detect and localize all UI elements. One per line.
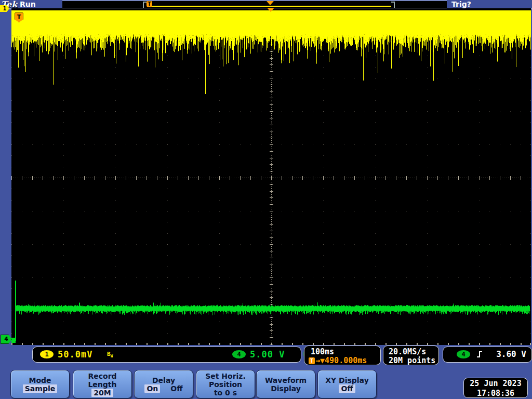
trigger-level-readout: 3.60 V	[496, 349, 526, 359]
record-points-readout: 20M points	[389, 356, 435, 365]
horizontal-readout-box: 100ms T→▼490.000ms	[304, 345, 381, 365]
acquisition-preview-bar: T	[62, 1, 447, 8]
triangle-icon: ▼	[320, 356, 325, 365]
menu-button-record-length[interactable]: Record Length 20M	[73, 370, 132, 398]
menu-value: Sample	[23, 384, 57, 393]
trigger-position-icon	[267, 1, 274, 5]
menu-button-mode[interactable]: Mode Sample	[10, 370, 70, 398]
menu-label: Mode	[29, 376, 51, 384]
time-readout: 17:08:36	[464, 389, 527, 398]
ch4-badge: 4	[232, 350, 246, 358]
menu-value: Off	[339, 384, 355, 393]
horizontal-scale-readout: 100ms	[311, 347, 334, 356]
menu-label: Position	[209, 380, 242, 389]
menu-label: to 0 s	[214, 389, 237, 397]
menu-label: Delay	[152, 376, 175, 384]
record-bracket-left	[143, 2, 147, 9]
menu-label: Length	[88, 380, 116, 389]
ch1-badge: 1	[40, 350, 54, 358]
menu-button-delay[interactable]: Delay On Off	[134, 370, 193, 398]
menu-label: Display	[271, 384, 301, 393]
waveform-canvas	[11, 8, 531, 345]
ch4-scale-readout: 5.00 V	[250, 349, 285, 360]
sample-rate-readout: 20.0MS/s	[389, 347, 426, 356]
delay-off-option[interactable]: Off	[170, 384, 182, 393]
ch4-position-marker: 4	[1, 335, 12, 344]
trigger-source-badge: 4	[457, 350, 470, 358]
ch1-scale-readout: 50.0mV	[58, 349, 92, 360]
menu-button-set-horizontal-position[interactable]: Set Horiz. Position to 0 s	[196, 370, 255, 398]
waveform-display-area: T 1 4	[11, 8, 531, 345]
menu-label: Waveform	[265, 376, 307, 384]
menu-value: 20M	[91, 389, 113, 397]
menu-button-xy-display[interactable]: XY Display Off	[317, 370, 377, 398]
trigger-readout-box: 4 3.60 V	[443, 347, 532, 363]
record-extent-line	[147, 6, 391, 7]
trigger-position-icon	[267, 8, 274, 12]
horizontal-delay-readout: T→▼490.000ms	[309, 356, 367, 365]
datetime-box: 25 Jun 2023 17:08:36	[463, 378, 528, 398]
rising-edge-icon	[475, 350, 484, 358]
acquisition-status: Run	[20, 0, 36, 8]
acquisition-readout-box: 20.0MS/s 20M points	[383, 345, 439, 365]
arrow-icon: →	[315, 356, 320, 365]
trigger-status: Trig?	[451, 0, 471, 8]
menu-label: Record	[88, 372, 116, 380]
menu-label: Set Horiz.	[205, 372, 246, 380]
oscilloscope-screen: Tek Run T Trig? T 1 4 1 50.0mV BW 4 5.00…	[0, 0, 532, 399]
ch1-bandwidth-icon: BW	[107, 351, 113, 358]
trigger-t-icon: T	[309, 357, 315, 364]
trigger-t-marker: T	[147, 1, 152, 7]
date-readout: 25 Jun 2023	[464, 379, 527, 389]
delay-on-option[interactable]: On	[144, 384, 160, 393]
menu-label: XY Display	[325, 376, 369, 384]
menu-button-waveform-display[interactable]: Waveform Display	[256, 370, 315, 398]
channel-readout-box: 1 50.0mV BW 4 5.00 V BW	[32, 347, 301, 363]
record-bracket-right	[391, 2, 395, 9]
